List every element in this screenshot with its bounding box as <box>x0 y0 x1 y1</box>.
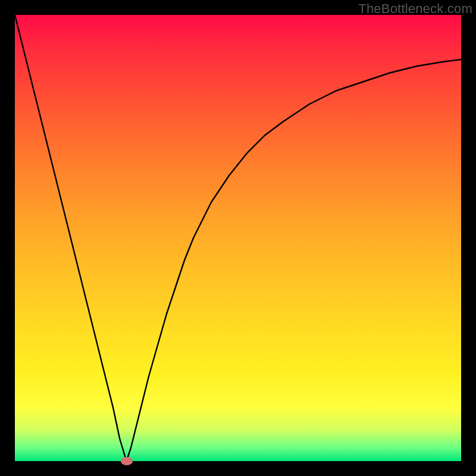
chart-frame: TheBottleneck.com <box>0 0 476 476</box>
bottleneck-curve <box>15 15 461 461</box>
minimum-marker <box>121 457 133 465</box>
plot-area <box>15 15 461 461</box>
